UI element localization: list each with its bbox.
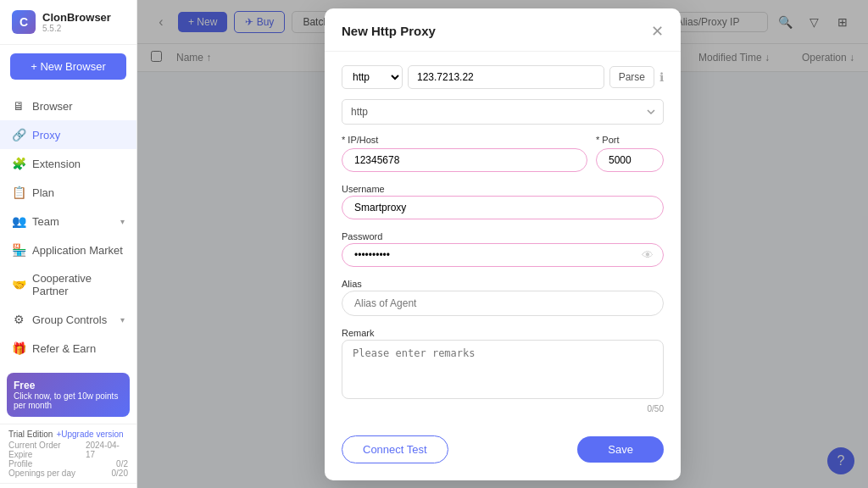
alias-group: Alias	[342, 275, 664, 316]
proxy-type-select[interactable]: http https socks5	[342, 99, 664, 125]
sidebar-logo: C ClonBrowser 5.5.2	[0, 0, 136, 45]
sidebar-item-label: Group Controls	[32, 313, 107, 326]
sidebar-item-team[interactable]: 👥 Team ▾	[0, 207, 136, 236]
sidebar-item-app-market[interactable]: 🏪 Application Market	[0, 236, 136, 264]
username-group: Username	[342, 180, 664, 219]
ip-host-group: * IP/Host	[342, 135, 587, 172]
sidebar-item-label: Browser	[32, 100, 73, 113]
modal-header: New Http Proxy ✕	[325, 8, 681, 52]
port-input[interactable]	[596, 148, 664, 172]
sidebar-item-label: Cooperative Partner	[32, 272, 125, 297]
sidebar-item-label: Team	[32, 215, 59, 228]
remark-textarea[interactable]	[342, 340, 664, 399]
password-group: Password 👁	[342, 228, 664, 267]
close-button[interactable]: ✕	[651, 22, 664, 41]
group-icon: ⚙	[12, 313, 25, 326]
market-icon: 🏪	[12, 243, 25, 257]
protocol-select[interactable]: http https socks5	[342, 65, 403, 89]
port-group: * Port	[596, 135, 664, 172]
sidebar-item-proxy[interactable]: 🔗 Proxy	[0, 120, 136, 149]
remark-group: Remark 0/50	[342, 324, 664, 413]
banner-text: Click now, to get 10w points per month	[14, 391, 123, 410]
expire-date: 2024-04-17	[86, 441, 128, 459]
ip-port-row: * IP/Host * Port	[342, 135, 664, 172]
modal-overlay: New Http Proxy ✕ http https socks5 Parse…	[137, 0, 868, 488]
connect-test-button[interactable]: Connect Test	[342, 435, 448, 463]
plan-icon: 📋	[12, 186, 25, 199]
sidebar-user: G growingaura growingaura@gmail.com	[0, 483, 136, 488]
proxy-url-row: http https socks5 Parse ℹ	[342, 65, 664, 89]
ip-host-input[interactable]	[342, 148, 587, 172]
modal-title: New Http Proxy	[342, 24, 436, 38]
password-wrap: 👁	[342, 243, 664, 267]
extension-icon: 🧩	[12, 157, 25, 170]
ip-label: * IP/Host	[342, 135, 587, 145]
proxy-url-input[interactable]	[408, 65, 604, 89]
username-input[interactable]	[342, 196, 664, 219]
logo-icon: C	[12, 10, 36, 34]
trial-edition-label: Trial Edition	[8, 430, 53, 439]
refer-icon: 🎁	[12, 341, 25, 355]
sidebar-item-label: Proxy	[32, 129, 60, 141]
chevron-down-icon: ▾	[120, 217, 125, 226]
sidebar-trial: Trial Edition +Upgrade version Current O…	[0, 424, 136, 483]
openings-val: 0/20	[112, 469, 128, 478]
save-button[interactable]: Save	[577, 436, 664, 463]
sidebar-item-label: Extension	[32, 158, 81, 170]
sidebar-item-plan[interactable]: 📋 Plan	[0, 178, 136, 207]
profile-val: 0/2	[116, 459, 128, 469]
modal-body: http https socks5 Parse ℹ http https soc…	[325, 52, 681, 413]
password-label: Password	[342, 231, 382, 241]
remark-label: Remark	[342, 328, 375, 338]
app-version: 5.5.2	[42, 24, 111, 33]
sidebar-item-refer-earn[interactable]: 🎁 Refer & Earn	[0, 334, 136, 363]
new-http-proxy-modal: New Http Proxy ✕ http https socks5 Parse…	[325, 8, 681, 480]
new-browser-button[interactable]: + New Browser	[10, 53, 126, 80]
upgrade-button[interactable]: +Upgrade version	[56, 430, 123, 439]
openings-label: Openings per day	[8, 469, 75, 478]
sidebar-item-browser[interactable]: 🖥 Browser	[0, 92, 136, 120]
app-name: ClonBrowser	[42, 11, 111, 25]
banner-free-label: Free	[14, 380, 123, 391]
profile-label: Profile	[8, 459, 32, 469]
alias-label: Alias	[342, 279, 362, 289]
password-input[interactable]	[342, 243, 664, 267]
sidebar-item-group-controls[interactable]: ⚙ Group Controls ▾	[0, 305, 136, 334]
sidebar-item-extension[interactable]: 🧩 Extension	[0, 149, 136, 178]
sidebar-item-coop-partner[interactable]: 🤝 Cooperative Partner	[0, 264, 136, 305]
sidebar-item-label: Plan	[32, 186, 54, 199]
main-area: ‹ + New ✈ Buy Batch All ↻ 🔍 ▽ ⊞ Name ↑ M…	[137, 0, 868, 488]
sidebar-nav: 🖥 Browser 🔗 Proxy 🧩 Extension 📋 Plan 👥 T…	[0, 88, 136, 366]
username-label: Username	[342, 184, 385, 194]
type-select-row: http https socks5	[342, 99, 664, 125]
eye-icon[interactable]: 👁	[642, 248, 654, 262]
remark-count: 0/50	[342, 404, 664, 413]
chevron-down-icon: ▾	[120, 315, 125, 324]
proxy-icon: 🔗	[12, 128, 25, 141]
team-icon: 👥	[12, 214, 25, 228]
sidebar-banner[interactable]: Free Click now, to get 10w points per mo…	[7, 373, 130, 417]
sidebar-item-label: Application Market	[32, 244, 123, 257]
alias-input[interactable]	[342, 291, 664, 316]
partner-icon: 🤝	[12, 278, 25, 291]
info-icon[interactable]: ℹ	[659, 70, 664, 84]
port-label: * Port	[596, 135, 664, 145]
browser-icon: 🖥	[12, 99, 25, 113]
modal-footer: Connect Test Save	[325, 422, 681, 463]
sidebar: C ClonBrowser 5.5.2 + New Browser 🖥 Brow…	[0, 0, 137, 488]
parse-button[interactable]: Parse	[609, 66, 654, 88]
expire-label: Current Order Expire	[8, 441, 86, 459]
sidebar-item-label: Refer & Earn	[32, 342, 96, 355]
